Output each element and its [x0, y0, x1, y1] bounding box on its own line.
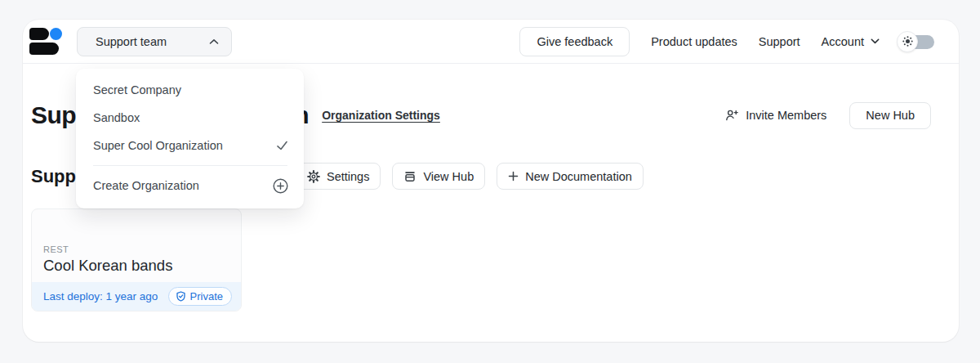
project-card[interactable]: REST Cool Korean bands Last deploy: 1 ye… [31, 208, 242, 311]
org-menu-item-sandbox[interactable]: Sandbox [76, 104, 304, 132]
last-deploy-text: Last deploy: 1 year ago [43, 290, 158, 302]
new-documentation-button[interactable]: New Documentation [497, 163, 644, 190]
project-card-footer: Last deploy: 1 year ago Private [32, 282, 241, 311]
theme-toggle[interactable] [897, 31, 934, 52]
new-hub-label: New Hub [866, 109, 915, 122]
create-organization-label: Create Organization [93, 179, 199, 192]
give-feedback-button[interactable]: Give feedback [519, 27, 630, 56]
project-card-body: REST Cool Korean bands [32, 209, 241, 282]
view-hub-button[interactable]: View Hub [392, 163, 485, 190]
team-selector-button[interactable]: Support team [77, 27, 232, 56]
org-menu-item-label: Super Cool Organization [93, 139, 223, 152]
org-dropdown: Secret Company Sandbox Super Cool Organi… [76, 69, 304, 208]
check-icon [276, 140, 288, 151]
settings-label: Settings [327, 170, 369, 183]
sun-icon [902, 36, 913, 47]
org-menu-item-super-cool-organization[interactable]: Super Cool Organization [76, 132, 304, 159]
invite-members-button[interactable]: Invite Members [725, 109, 826, 122]
plus-icon [508, 171, 519, 182]
account-menu[interactable]: Account [822, 35, 880, 48]
organization-settings-link[interactable]: Organization Settings [322, 109, 440, 122]
top-nav: Support team Give feedback Product updat… [23, 20, 959, 64]
nav-link-support[interactable]: Support [759, 35, 800, 48]
create-organization-item[interactable]: Create Organization [76, 169, 304, 202]
shield-check-icon [176, 291, 186, 302]
person-plus-icon [725, 109, 739, 122]
settings-button[interactable]: Settings [296, 163, 381, 190]
logo-blue-dot [50, 28, 62, 40]
app-logo[interactable] [29, 28, 63, 55]
hub-icon [403, 170, 416, 183]
dropdown-divider [93, 165, 287, 166]
account-label: Account [822, 35, 864, 48]
new-hub-button[interactable]: New Hub [849, 102, 931, 129]
toggle-knob[interactable] [897, 31, 918, 52]
org-menu-item-label: Sandbox [93, 111, 140, 124]
logo-black-block-bottom [29, 43, 59, 55]
private-badge: Private [168, 287, 232, 306]
logo-black-block-top [29, 28, 49, 40]
nav-link-product-updates[interactable]: Product updates [651, 35, 737, 48]
invite-members-label: Invite Members [746, 109, 826, 122]
new-documentation-label: New Documentation [525, 170, 632, 183]
org-menu-item-secret-company[interactable]: Secret Company [76, 76, 304, 104]
gear-icon [307, 170, 320, 183]
give-feedback-label: Give feedback [537, 35, 612, 48]
chevron-up-icon [209, 38, 219, 45]
view-hub-label: View Hub [423, 170, 474, 183]
chevron-down-icon [871, 38, 880, 44]
title-actions: Invite Members New Hub [725, 102, 931, 129]
org-menu-item-label: Secret Company [93, 83, 181, 96]
team-selector-label: Support team [96, 35, 167, 48]
project-name: Cool Korean bands [43, 257, 229, 275]
plus-circle-icon [273, 178, 288, 194]
project-type-label: REST [43, 244, 229, 254]
section-actions: Settings View Hub New Documentation [296, 163, 644, 190]
private-badge-label: Private [190, 290, 223, 302]
